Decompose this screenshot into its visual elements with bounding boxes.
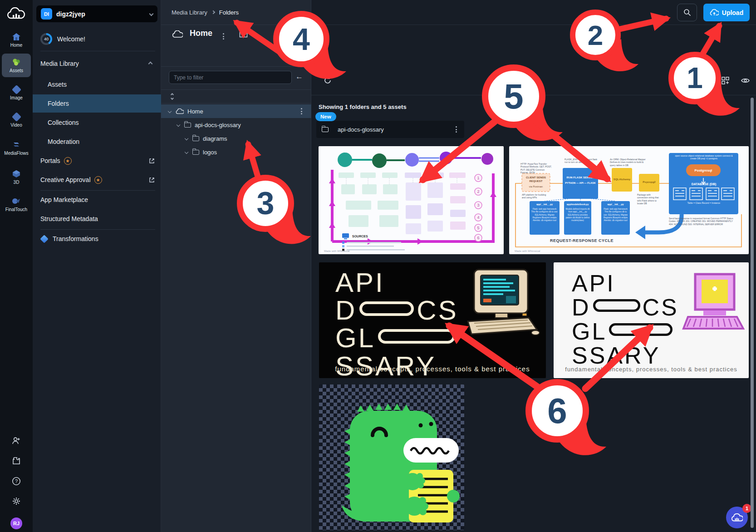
user-avatar[interactable]: RJ (0, 517, 33, 529)
sidebar-item-folders[interactable]: Folders (33, 94, 161, 113)
account-badge: DI (41, 8, 52, 20)
results-summary: Showing 1 folders and 5 assets (319, 103, 407, 110)
annotation-circle-6: 6 (525, 379, 589, 443)
chevron-up-icon (148, 61, 153, 66)
create-folder-icon[interactable] (239, 30, 248, 38)
media-library-sidebar: DI digz2jyep 40 Welcome! Media Library A… (33, 0, 161, 532)
preview-eye-icon[interactable] (741, 78, 750, 84)
rail-item-home[interactable]: Home (2, 28, 31, 52)
cloud-icon (172, 30, 183, 38)
pixel-computer-illustration (682, 272, 745, 334)
folder-icon (192, 150, 199, 155)
tree-filter-input[interactable] (169, 71, 292, 84)
breadcrumb-folders: Folders (219, 9, 239, 16)
video-icon (11, 112, 21, 121)
rail-item-video[interactable]: Video (2, 108, 31, 132)
asset-thumbnail-logo-light[interactable]: API DCS GLSSARY fundamental concepts, pr… (554, 262, 749, 378)
sidebar-item-structured-metadata[interactable]: Structured Metadata (33, 210, 161, 228)
folder-card-kebab[interactable] (454, 124, 459, 134)
stretched-o-glyph (609, 323, 673, 336)
upload-button[interactable]: Upload (703, 4, 750, 21)
stretched-o-glyph (593, 299, 640, 312)
help-button[interactable]: ? (0, 477, 33, 486)
cloudinary-logo (6, 7, 26, 21)
database-label: DATABASE (DB) (678, 182, 730, 186)
tree-panel-title: Home (190, 29, 212, 38)
refresh-icon[interactable] (323, 76, 332, 85)
tree-node-diagrams[interactable]: diagrams (161, 132, 311, 145)
divider (40, 51, 155, 51)
sidebar-item-moderation[interactable]: Moderation (33, 133, 161, 151)
chevron-down-icon (168, 109, 172, 113)
section-media-library[interactable]: Media Library (33, 54, 161, 73)
rail-item-image[interactable]: Image (2, 81, 31, 104)
person-add-icon (12, 437, 21, 445)
made-with-label: Made with Whimsical (515, 250, 540, 252)
rail-item-mediaflows[interactable]: MediaFlows (2, 136, 31, 160)
collapse-panel-icon[interactable]: ← (295, 72, 303, 81)
onboarding-progress-ring: 40 (40, 33, 52, 45)
cloud-icon (176, 108, 184, 114)
home-icon (11, 32, 21, 41)
chevron-down-icon (185, 150, 188, 154)
tree-node-api-docs-glossary[interactable]: api-docs-glossary (161, 118, 311, 132)
folder-tree-panel: Media Library Folders Home ← Home (161, 0, 311, 532)
sqlalchemy-box-label: SQLAlchemy (612, 178, 632, 181)
svg-text:6: 6 (477, 236, 479, 240)
made-with-label: Made with Whimsical (324, 250, 349, 252)
folder-icon (192, 136, 199, 141)
gear-icon (12, 497, 21, 506)
cloudinary-media-library: Home Assets Image Video MediaFlows 3D (0, 0, 756, 532)
stretched-o-glyph (359, 301, 414, 316)
tree-node-kebab[interactable] (299, 106, 304, 116)
assets-icon (11, 58, 21, 67)
notification-badge: 1 (742, 504, 751, 513)
svg-text:5: 5 (477, 226, 479, 230)
collapse-all-icon[interactable] (171, 94, 173, 99)
settings-button[interactable] (0, 497, 33, 506)
rail-item-finaltouch[interactable]: FinalTouch (2, 192, 31, 216)
dino-illustration (319, 384, 464, 530)
welcome-progress-row[interactable]: 40 Welcome! (33, 30, 161, 48)
product-rail: Home Assets Image Video MediaFlows 3D (0, 0, 33, 532)
premium-star-icon: ★ (64, 157, 72, 165)
addons-button[interactable] (0, 456, 33, 465)
sidebar-item-transformations[interactable]: Transformations (33, 230, 161, 248)
sidebar-item-assets[interactable]: Assets (33, 75, 161, 94)
vertical-scrollbar[interactable] (751, 98, 754, 528)
tree-node-home[interactable]: Home (161, 104, 311, 118)
sidebar-item-creative-approval[interactable]: Creative Approval ★ (33, 171, 161, 189)
logo-caption: fundamental concepts, processes, tools &… (554, 366, 749, 373)
asset-thumbnail-diagram-mindmap[interactable]: 12 34 56 SOURCES Made with Whimsical (319, 146, 504, 254)
external-link-icon (149, 177, 155, 183)
rail-item-3d[interactable]: 3D (2, 165, 31, 189)
asset-thumbnail-logo-dark[interactable]: API DCS GLSSARY fundamental concepts (319, 262, 546, 378)
sidebar-item-portals[interactable]: Portals ★ (33, 152, 161, 170)
account-name: digz2jyep (56, 10, 146, 18)
svg-text:4: 4 (477, 215, 479, 220)
sidebar-item-collections[interactable]: Collections (33, 113, 161, 132)
cloudinary-cloud-icon (731, 513, 743, 522)
panel-kebab-menu[interactable] (221, 31, 226, 41)
annotation-circle-3: 3 (237, 175, 294, 232)
folder-card-api-docs-glossary[interactable]: api-docs-glossary (316, 121, 464, 138)
annotation-circle-1: 1 (668, 52, 721, 104)
svg-text:1: 1 (477, 176, 479, 180)
diagram-caption: REQUEST-RESPONSE CYCLE (536, 238, 627, 243)
account-switcher[interactable]: DI digz2jyep (36, 5, 157, 22)
rail-item-assets[interactable]: Assets (2, 54, 31, 77)
search-button[interactable] (677, 4, 697, 21)
asset-thumbnail-dino-mascot[interactable] (319, 384, 464, 530)
new-badge: New (315, 112, 336, 121)
sidebar-item-app-marketplace[interactable]: App Marketplace (33, 191, 161, 209)
breadcrumb-media-library[interactable]: Media Library (172, 9, 207, 16)
content-topbar: Upload (311, 0, 756, 25)
invite-users-button[interactable] (0, 437, 33, 445)
tree-tools-row (161, 90, 311, 103)
asset-thumbnail-diagram-request-response[interactable]: HTTP: HyperText Transfer Protocol Method… (509, 146, 749, 254)
external-link-icon (149, 158, 155, 164)
cloud-upload-icon (710, 9, 719, 16)
grid-view-icon[interactable] (722, 77, 729, 84)
puzzle-icon (12, 456, 21, 465)
tree-node-logos[interactable]: logos (161, 145, 311, 159)
